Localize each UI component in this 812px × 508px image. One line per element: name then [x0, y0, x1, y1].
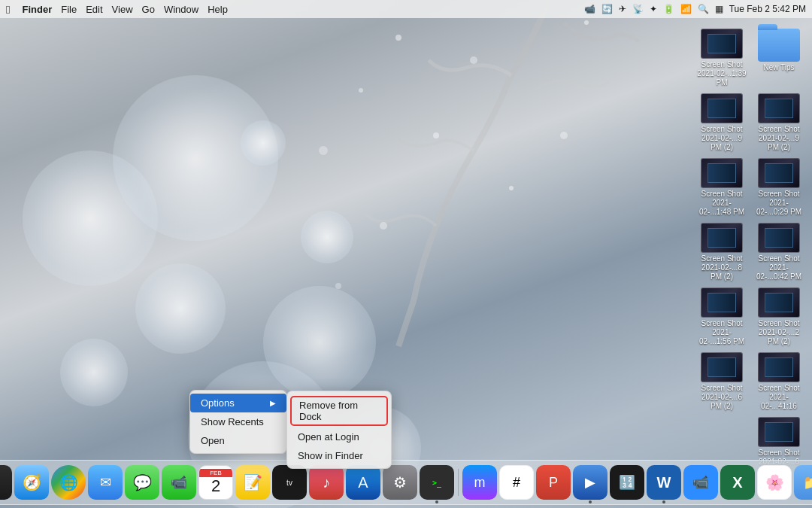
messages-icon: 💬 [133, 473, 152, 491]
svg-point-0 [395, 35, 401, 41]
dock-facetime[interactable]: 📹 [162, 465, 196, 500]
calculator-icon: 🔢 [619, 474, 635, 491]
desktop-icon-newtips[interactable]: New Tips [752, 26, 806, 90]
svg-point-9 [560, 132, 568, 139]
context-menu: Options ▶ Remove from Dock Open at Login… [189, 390, 287, 454]
desktop-icon-screenshot-11[interactable]: Screen Shot2021-02-...41:16 [752, 350, 806, 413]
dock-appletv[interactable]: tv [272, 465, 307, 500]
desktop-icon-screenshot-6[interactable]: Screen Shot2021-02-...8 PM (2) [695, 221, 749, 284]
options-arrow: ▶ [270, 399, 276, 407]
icon-row-6: Screen Shot2021-02-...6 PM (2) Screen Sh… [695, 350, 806, 413]
dock-mail[interactable]: ✉ [88, 465, 123, 500]
desktop-icon-screenshot-5[interactable]: Screen Shot2021-02-...0:29 PM [752, 156, 806, 219]
svg-point-2 [470, 56, 477, 64]
menubar-bluetooth-icon: ✦ [650, 4, 657, 14]
options-label: Options [201, 397, 235, 409]
desktop-icon-screenshot-3[interactable]: Screen Shot2021-02-...9 PM (2) [752, 91, 806, 154]
menubar-file[interactable]: File [61, 4, 77, 15]
desktop-icon-screenshot-7[interactable]: Screen Shot2021-02-...0:42 PM [752, 221, 806, 284]
context-item-show-recents[interactable]: Show Recents [190, 412, 286, 431]
svg-point-4 [319, 146, 328, 155]
submenu-open-at-login[interactable]: Open at Login [287, 427, 391, 446]
dock: 😊 ⊞ 🧭 🌐 ✉ 💬 📹 FEB 2 📝 tv ♪ A [0, 460, 812, 505]
desktop-icon-screenshot-1[interactable]: Screen Shot2021-02-..1:39 PM [695, 26, 749, 90]
screenshot-label-11: Screen Shot2021-02-...41:16 [754, 384, 804, 411]
menubar-search-icon[interactable]: 🔍 [698, 4, 709, 14]
dock-slack[interactable]: # [499, 465, 534, 500]
icon-row-5: Screen Shot2021-02-...1:56 PM Screen Sho… [695, 285, 806, 348]
desktop-icon-screenshot-10[interactable]: Screen Shot2021-02-...6 PM (2) [695, 350, 749, 413]
screenshot-label-10: Screen Shot2021-02-...6 PM (2) [697, 384, 747, 411]
menubar-edit[interactable]: Edit [86, 4, 102, 15]
dock-photos[interactable]: 🌸 [757, 465, 792, 500]
menubar-icon-2: 🔄 [601, 4, 613, 14]
facetime-icon: 📹 [171, 474, 187, 491]
menubar:  Finder File Edit View Go Window Help 📹… [0, 0, 812, 18]
screenshot-thumb-1 [701, 29, 743, 59]
launchpad-icon: ⊞ [0, 474, 1, 491]
dock-appstore[interactable]: A [346, 465, 380, 500]
menubar-app-name[interactable]: Finder [22, 4, 52, 15]
icon-row-2: Screen Shot2021-02-...9 PM (2) Screen Sh… [695, 91, 806, 154]
screenshot-thumb-12 [758, 417, 800, 447]
screenshot-thumb-4 [701, 158, 743, 188]
dock-calendar[interactable]: FEB 2 [198, 465, 233, 500]
dock-excel[interactable]: X [720, 465, 755, 500]
dock-word[interactable]: W [647, 465, 681, 500]
dock-launchpad[interactable]: ⊞ [0, 465, 12, 500]
svg-point-6 [380, 222, 387, 230]
desktop-icon-screenshot-8[interactable]: Screen Shot2021-02-...1:56 PM [695, 285, 749, 348]
svg-point-3 [584, 20, 589, 25]
dock-messenger[interactable]: m [462, 465, 497, 500]
zoom-icon: 📹 [692, 474, 709, 491]
menubar-icon-4: 📡 [632, 4, 644, 14]
calendar-day: 2 [211, 477, 220, 495]
context-item-options[interactable]: Options ▶ Remove from Dock Open at Login… [190, 394, 286, 412]
chrome-icon: 🌐 [59, 473, 78, 491]
screenshot-label-4: Screen Shot2021-02-...1:48 PM [697, 190, 747, 217]
menubar-datetime: Tue Feb 2 5:42 PM [729, 4, 806, 14]
dock-newfiles[interactable]: 📁 [794, 465, 812, 500]
dock-safari[interactable]: 🧭 [14, 465, 49, 500]
svg-point-5 [433, 132, 439, 138]
iterm-icon: >_ [432, 479, 441, 487]
menubar-go[interactable]: Go [142, 4, 155, 15]
menubar-right: 📹 🔄 ✈ 📡 ✦ 🔋 📶 🔍 ▦ Tue Feb 2 5:42 PM [584, 4, 806, 14]
menubar-facetime-icon: 📹 [584, 4, 595, 14]
notes-icon: 📝 [244, 473, 262, 491]
svg-point-7 [509, 186, 514, 190]
dock-messages[interactable]: 💬 [125, 465, 159, 500]
apple-menu[interactable]:  [6, 3, 10, 16]
menubar-window[interactable]: Window [164, 4, 198, 15]
dock-chrome[interactable]: 🌐 [51, 465, 86, 500]
newtips-label: New Tips [763, 63, 794, 72]
dock-launchbar[interactable]: ▶ [573, 465, 607, 500]
desktop-icon-screenshot-9[interactable]: Screen Shot2021-02-...2 PM (2) [752, 285, 806, 348]
submenu-remove-from-dock[interactable]: Remove from Dock [290, 396, 388, 426]
screenshot-label-7: Screen Shot2021-02-...0:42 PM [754, 254, 804, 281]
dock-iterm[interactable]: >_ [420, 465, 454, 500]
dock-notes[interactable]: 📝 [235, 465, 270, 500]
dock-music[interactable]: ♪ [309, 465, 344, 500]
submenu: Remove from Dock Open at Login Show in F… [286, 391, 392, 469]
screenshot-thumb-7 [758, 223, 800, 253]
dock-zoom[interactable]: 📹 [683, 465, 718, 500]
menubar-view[interactable]: View [112, 4, 133, 15]
menubar-help[interactable]: Help [208, 4, 228, 15]
dock-systemprefs[interactable]: ⚙ [383, 465, 417, 500]
appstore-icon: A [358, 474, 368, 491]
desktop-icon-screenshot-2[interactable]: Screen Shot2021-02-...9 PM (2) [695, 91, 749, 154]
music-icon: ♪ [323, 474, 330, 491]
screenshot-thumb-5 [758, 158, 800, 188]
context-item-open[interactable]: Open [190, 431, 286, 450]
icon-row-3: Screen Shot2021-02-...1:48 PM Screen Sho… [695, 156, 806, 219]
menubar-control-icon: ▦ [715, 4, 723, 14]
dock-paprika[interactable]: P [536, 465, 571, 500]
systemprefs-icon: ⚙ [393, 473, 407, 491]
submenu-show-in-finder[interactable]: Show in Finder [287, 446, 391, 465]
desktop-icon-screenshot-4[interactable]: Screen Shot2021-02-...1:48 PM [695, 156, 749, 219]
launchbar-dot [589, 500, 592, 503]
dock-calculator[interactable]: 🔢 [610, 465, 644, 500]
bokeh-4 [60, 339, 128, 406]
screenshot-thumb-9 [758, 287, 800, 318]
